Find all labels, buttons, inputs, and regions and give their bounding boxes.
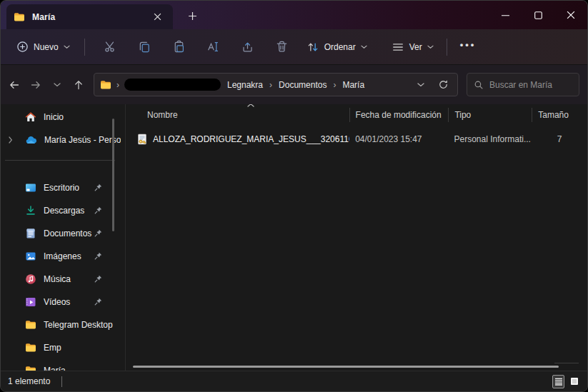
column-headers: Nombre Fecha de modificación Tipo Tamaño [133,106,587,124]
home-icon [25,111,36,123]
onedrive-icon [25,134,37,146]
maximize-button[interactable] [522,1,554,29]
sort-button[interactable]: Ordenar [301,36,373,58]
command-bar: Nuevo Ordenar [1,29,587,65]
new-button-label: Nuevo [34,42,59,52]
sidebar-item-label: María [44,366,121,371]
breadcrumb-item[interactable]: María [341,78,366,92]
sidebar-item-descargas[interactable]: Descargas [4,199,121,222]
folder-icon [25,342,36,353]
videos-icon [25,296,36,308]
address-dropdown-button[interactable] [412,76,429,94]
file-explorer-window: María Nuevo [0,0,588,392]
file-list-pane: Nombre Fecha de modificación Tipo Tamaño… [126,104,587,371]
sidebar-item-inicio[interactable]: Inicio [4,106,121,129]
certificate-icon [136,134,148,145]
up-button[interactable] [68,74,89,96]
folder-icon [25,365,36,371]
chevron-down-icon [417,83,424,87]
rename-icon [206,40,220,54]
arrow-up-icon [73,79,84,91]
file-type: Personal Informati... [449,134,532,144]
arrow-left-icon [9,79,20,91]
breadcrumb-item[interactable]: Legnakra [226,78,264,92]
more-options-button[interactable]: ••• [454,35,482,59]
pin-icon [94,252,102,260]
toolbar-divider [447,39,447,56]
column-header-name[interactable]: Nombre [133,106,349,124]
chevron-right-icon[interactable] [9,136,13,144]
minimize-button[interactable] [489,1,522,29]
sidebar-divider [5,160,115,161]
view-button[interactable]: Ver [386,36,439,58]
sort-arrows-icon [307,41,319,54]
pin-icon [94,298,102,306]
sidebar-item-videos[interactable]: Vídeos [4,291,121,313]
explorer-tab[interactable]: María [6,4,173,29]
pin-icon [94,184,102,191]
pin-icon [94,229,102,237]
close-button[interactable] [554,1,587,29]
sidebar-item-label: Escritorio [44,183,121,193]
folder-icon [100,79,111,91]
sort-button-label: Ordenar [324,42,356,52]
thumbnail-view-icon [571,378,578,385]
breadcrumb-separator: › [116,80,119,90]
sidebar-item-label: Documentos [44,228,121,238]
cut-button[interactable] [96,35,125,59]
column-header-type[interactable]: Tipo [449,106,532,124]
scrollbar-track-end [554,363,579,363]
sidebar-item-label: Emp [44,343,121,353]
sidebar-item-maria-jesus-perso[interactable]: María Jesús - Perso [4,129,121,151]
rename-button[interactable] [199,35,228,59]
sidebar-item-escritorio[interactable]: Escritorio [4,176,121,199]
file-modified-date: 04/01/2023 15:47 [349,134,448,144]
paste-button[interactable] [165,35,194,59]
sidebar-item-documentos[interactable]: Documentos [4,222,121,245]
sidebar-item-emp[interactable]: Emp [4,336,121,359]
breadcrumb-item[interactable]: Documentos [277,78,328,92]
arrow-right-icon [30,79,41,91]
status-bar: 1 elemento [1,371,587,391]
thumbnail-view-button[interactable] [568,375,580,388]
new-tab-button[interactable] [184,7,201,24]
horizontal-scrollbar[interactable] [133,366,559,368]
desktop-icon [25,182,36,194]
sidebar-item-label: Imágenes [44,251,121,261]
details-view-icon [554,377,563,386]
new-button[interactable]: Nuevo [11,36,76,57]
copy-icon [138,40,151,54]
forward-button[interactable] [25,74,46,96]
sort-ascending-icon [247,104,254,107]
sidebar-item-imagenes[interactable]: Imágenes [4,245,121,268]
redacted-path-segment [124,79,221,91]
pictures-icon [25,251,36,262]
sidebar-item-telegram-desktop[interactable]: Telegram Desktop [4,313,121,336]
tab-title: María [32,12,141,22]
file-row[interactable]: ALLOZA_RODRIGUEZ_MARIA_JESUS___32061164S… [133,130,587,149]
recent-locations-button[interactable] [46,74,68,96]
search-input[interactable] [489,80,568,90]
search-box[interactable] [467,73,579,96]
trash-icon [275,40,289,54]
sidebar-item-label: Vídeos [44,297,121,307]
new-plus-icon [16,41,29,53]
address-bar[interactable]: › Legnakra › Documentos › María [94,73,458,96]
tab-close-icon[interactable] [149,9,166,26]
copy-button[interactable] [131,35,159,59]
column-header-modified[interactable]: Fecha de modificación [350,106,449,124]
back-button[interactable] [4,74,25,96]
refresh-button[interactable] [434,76,452,94]
column-header-size[interactable]: Tamaño [532,106,587,124]
sidebar-item-label: Telegram Desktop [44,320,121,330]
pin-icon [94,206,102,214]
navigation-row: › Legnakra › Documentos › María [1,65,587,104]
sidebar-scrollbar[interactable] [112,119,114,231]
file-size: 7 [532,134,587,144]
details-view-button[interactable] [552,375,564,388]
sidebar-item-musica[interactable]: Música [4,268,121,291]
delete-button[interactable] [268,35,297,59]
sidebar-item-maria[interactable]: María [4,359,121,371]
toolbar-divider [84,39,85,56]
share-button[interactable] [234,35,262,59]
